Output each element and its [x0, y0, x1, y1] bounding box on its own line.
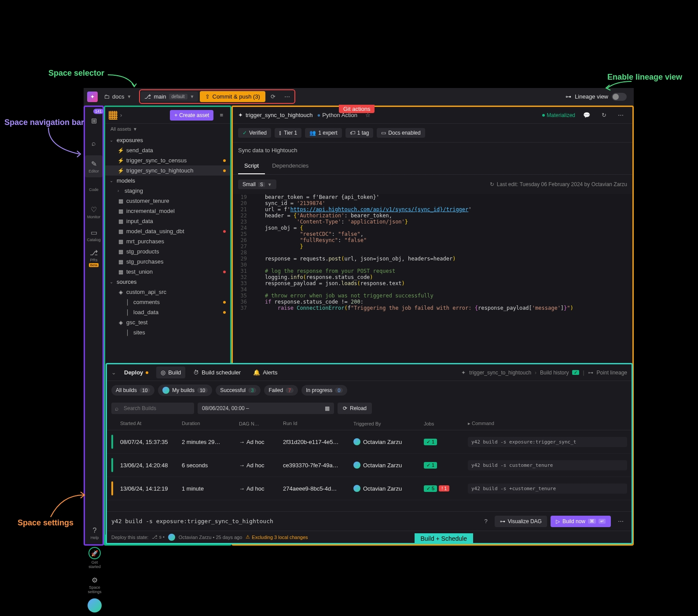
col-header[interactable]: Started At [120, 421, 182, 426]
code-line-24[interactable]: 24 json_obj = { [233, 225, 632, 231]
help-button[interactable]: ? Help [86, 524, 103, 543]
filter-successful[interactable]: Successful3 [216, 385, 261, 396]
col-header[interactable]: ▸ Command [468, 421, 627, 426]
tree-item-trigger_sync_to_hightouch[interactable]: ⚡trigger_sync_to_hightouch [105, 165, 230, 176]
more-button[interactable]: ⋯ [281, 92, 294, 102]
visualize-dag-button[interactable]: ⊶ Visualize DAG [495, 516, 547, 527]
tab-script[interactable]: Script [238, 158, 265, 174]
filter-all-builds[interactable]: All builds10 [111, 385, 154, 396]
code-line-25[interactable]: 25 "resetCDC": "false", [233, 231, 632, 237]
bc-history[interactable]: Build history [540, 370, 569, 376]
nav-item-PRs[interactable]: ⎇PRsBeta [85, 247, 103, 269]
col-header[interactable]: Jobs [424, 421, 468, 426]
tab-dependencies[interactable]: Dependencies [266, 158, 315, 174]
user-avatar[interactable] [88, 598, 102, 612]
tree-subfolder-staging[interactable]: ›staging [105, 186, 230, 196]
code-line-36[interactable]: 36 if response.status_code != 200: [233, 299, 632, 305]
bc-asset[interactable]: trigger_sync_to_hightouch [469, 370, 531, 376]
scheduler-tab[interactable]: ⏱ Build scheduler [189, 367, 245, 378]
table-row[interactable]: 13/06/24, 14:12:19 1 minute → Ad hoc 274… [107, 477, 632, 500]
nav-item-Catalog[interactable]: ▭Catalog [85, 224, 103, 246]
tree-item-trigger_sync_to_census[interactable]: ⚡trigger_sync_to_census [105, 155, 230, 165]
col-header[interactable]: Run Id [283, 421, 353, 426]
reload-button[interactable]: ⟳ Reload [338, 403, 372, 414]
tree-folder-exposures[interactable]: ⌄exposures [105, 135, 230, 145]
lineage-view-toggle[interactable]: ⊶ Lineage view [562, 91, 630, 103]
commit-push-button[interactable]: ⇧ Commit & push (3) [200, 91, 265, 102]
code-line-33[interactable]: 33 response_payload = json.loads(respons… [233, 280, 632, 286]
code-line-32[interactable]: 32 logging.info(response.status_code) [233, 274, 632, 280]
code-line-21[interactable]: 21 url = f'https://api.hightouch.com/api… [233, 206, 632, 213]
chevron-down-icon[interactable]: ⌄ [111, 369, 116, 376]
code-line-30[interactable]: 30 [233, 262, 632, 268]
tree-item-stg_purchases[interactable]: ▦stg_purchases [105, 257, 230, 267]
tag-1-tag[interactable]: 🏷1 tag [345, 128, 374, 138]
asset-filter[interactable]: All assets ▼ [105, 124, 230, 134]
nav-item-0[interactable]: ⊞141 [85, 110, 103, 132]
tree-item-load_data[interactable]: │load_data [105, 307, 230, 317]
code-line-35[interactable]: 35 # throw error when job was not trigge… [233, 293, 632, 299]
history-button[interactable]: ↻ [598, 110, 610, 120]
code-line-28[interactable]: 28 [233, 249, 632, 256]
chat-button[interactable]: 💬 [580, 110, 594, 120]
nav-item-Monitor[interactable]: ♡Monitor [85, 201, 103, 223]
filter-my-builds[interactable]: My builds10 [158, 385, 212, 396]
refresh-button[interactable]: ⟳ [267, 92, 279, 102]
grid-icon[interactable] [109, 111, 118, 120]
tag-verified[interactable]: ✓Verified [238, 128, 271, 138]
bc-lineage[interactable]: Point lineage [597, 370, 627, 376]
tree-item-model_data_using_dbt[interactable]: ▦model_data_using_dbt [105, 226, 230, 236]
tree-item-custom_api_src[interactable]: ◈custom_api_src [105, 287, 230, 297]
col-header[interactable]: Duration [182, 421, 239, 426]
list-toggle[interactable]: ≡ [216, 110, 227, 120]
code-line-31[interactable]: 31 # log the response from your POST req… [233, 268, 632, 274]
alerts-tab[interactable]: 🔔 Alerts [249, 367, 282, 378]
space-selector[interactable]: 🗀 docs ▼ [99, 92, 136, 102]
tree-folder-models[interactable]: ⌄models [105, 176, 230, 186]
table-row[interactable]: 13/06/24, 14:20:48 6 seconds → Ad hoc ce… [107, 454, 632, 477]
build-now-button[interactable]: ▷ Build now ⌘ ↵ [551, 516, 611, 527]
code-line-37[interactable]: 37 raise ConnectionError(f"Triggering th… [233, 305, 632, 311]
tree-item-test_union[interactable]: ▦test_union [105, 267, 230, 277]
tree-item-stg_products[interactable]: ▦stg_products [105, 246, 230, 257]
tag-1-expert[interactable]: 👥1 expert [305, 128, 342, 138]
excluding-changes[interactable]: ⚠ Excluding 3 local changes [246, 534, 308, 540]
date-range-input[interactable]: 08/06/2024, 00:00 – ▦ [198, 403, 334, 414]
code-line-29[interactable]: 29 response = requests.post(url, json=js… [233, 256, 632, 262]
filter-failed[interactable]: Failed7 [264, 385, 298, 396]
tree-item-mrt_purchases[interactable]: ▦mrt_purchases [105, 236, 230, 246]
space-settings-button[interactable]: ⚙ Space settings [86, 573, 103, 597]
toggle-switch[interactable] [612, 93, 627, 101]
build-tab[interactable]: ◎ Build [156, 367, 185, 378]
tree-item-gsc_test[interactable]: ◈gsc_test [105, 317, 230, 327]
more-button[interactable]: ⋯ [614, 516, 627, 526]
code-line-23[interactable]: 23 'Content-Type': 'application/json'} [233, 219, 632, 225]
nav-item-Editor[interactable]: ✎Editor [85, 155, 103, 177]
tag-docs-enabled[interactable]: ▭Docs enabled [377, 128, 425, 138]
col-header[interactable]: DAG N… [239, 421, 283, 426]
col-header[interactable]: Triggered By [353, 421, 424, 426]
tree-item-comments[interactable]: │comments [105, 297, 230, 307]
tree-item-sites[interactable]: │sites [105, 327, 230, 337]
tree-item-input_data[interactable]: ▦input_data [105, 216, 230, 226]
logo[interactable]: ✦ [87, 92, 98, 102]
tree-folder-sources[interactable]: ⌄sources [105, 277, 230, 287]
more-button[interactable]: ⋯ [614, 110, 627, 120]
tree-item-incremental_model[interactable]: ▦incremental_model [105, 206, 230, 216]
help-button[interactable]: ? [481, 516, 491, 526]
branch-selector[interactable]: ⎇ main default ▼ [141, 92, 198, 102]
tree-item-send_data[interactable]: ⚡send_data [105, 145, 230, 155]
size-selector[interactable]: Small S ▼ [238, 180, 276, 189]
code-line-19[interactable]: 19 bearer_token = f'Bearer {api_token}' [233, 194, 632, 200]
tag-tier-1[interactable]: ⫿Tier 1 [275, 128, 301, 138]
code-line-34[interactable]: 34 [233, 286, 632, 293]
create-asset-button[interactable]: + Create asset [170, 110, 213, 121]
get-started-button[interactable]: 🚀 Get started [86, 544, 103, 572]
code-line-26[interactable]: 26 "fullResync": "false" [233, 237, 632, 243]
nav-item-Code[interactable]: Code [85, 178, 103, 200]
tree-item-customer_tenure[interactable]: ▦customer_tenure [105, 196, 230, 206]
command-input[interactable]: y42 build -s exposure:trigger_sync_to_hi… [111, 518, 478, 524]
nav-item-1[interactable]: ⌕ [85, 132, 103, 154]
code-line-20[interactable]: 20 sync_id = '2139874' [233, 200, 632, 206]
code-line-22[interactable]: 22 header = {'Authorization': bearer_tok… [233, 213, 632, 219]
